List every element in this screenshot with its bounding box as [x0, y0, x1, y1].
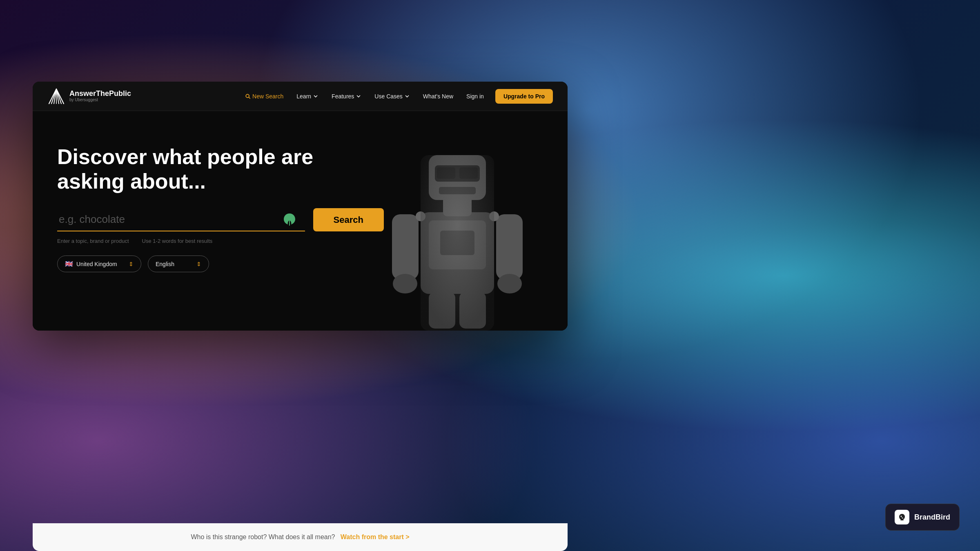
- leaf-icon: [282, 212, 297, 227]
- svg-point-27: [900, 516, 902, 517]
- bottom-bar: Who is this strange robot? What does it …: [33, 523, 568, 551]
- nav-features[interactable]: Features: [326, 90, 367, 103]
- chevron-down-icon-2: [356, 93, 361, 99]
- search-hint-2: Use 1-2 words for best results: [142, 238, 213, 244]
- navbar: AnswerThePublic by Ubersuggest New Searc…: [33, 82, 568, 111]
- hero-title: Discover what people are asking about...: [57, 145, 384, 194]
- nav-links: New Search Learn Features Use Cases: [239, 89, 553, 104]
- bird-icon: [897, 512, 907, 522]
- logo-area: AnswerThePublic by Ubersuggest: [47, 87, 131, 105]
- bottom-bar-text: Who is this strange robot? What does it …: [191, 533, 409, 541]
- brandbird-label: BrandBird: [914, 513, 950, 522]
- nav-learn[interactable]: Learn: [291, 90, 324, 103]
- watch-from-start-link[interactable]: Watch from the start >: [341, 533, 410, 540]
- chevron-down-icon: [313, 93, 318, 99]
- svg-rect-19: [496, 214, 523, 280]
- language-select-arrow: ⇕: [196, 261, 201, 267]
- language-select[interactable]: English Spanish French German Italian Po…: [156, 261, 193, 267]
- search-bar-container: Search: [57, 208, 384, 231]
- search-input[interactable]: [57, 208, 305, 231]
- chevron-down-icon-3: [404, 93, 410, 99]
- nav-use-cases[interactable]: Use Cases: [369, 90, 415, 103]
- select-row: 🇬🇧 United Kingdom United States Australi…: [57, 256, 384, 272]
- language-select-wrapper: English Spanish French German Italian Po…: [148, 256, 209, 272]
- upgrade-to-pro-button[interactable]: Upgrade to Pro: [495, 89, 553, 104]
- logo-text-block: AnswerThePublic by Ubersuggest: [69, 90, 131, 103]
- search-icon: [245, 93, 251, 99]
- nav-sign-in[interactable]: Sign in: [461, 90, 490, 103]
- search-button[interactable]: Search: [313, 208, 384, 231]
- robot-figure: [372, 122, 543, 331]
- svg-rect-26: [421, 155, 494, 331]
- nav-new-search[interactable]: New Search: [239, 90, 289, 103]
- brandbird-badge[interactable]: BrandBird: [885, 504, 960, 531]
- svg-point-20: [497, 274, 522, 293]
- country-select[interactable]: United Kingdom United States Australia C…: [76, 261, 125, 267]
- search-hints: Enter a topic, brand or product Use 1-2 …: [57, 238, 384, 244]
- browser-card: AnswerThePublic by Ubersuggest New Searc…: [33, 82, 568, 331]
- country-select-wrapper: 🇬🇧 United Kingdom United States Australi…: [57, 256, 141, 272]
- country-select-arrow: ⇕: [129, 261, 134, 267]
- search-input-wrap: [57, 208, 305, 231]
- hero-content: Discover what people are asking about...…: [57, 145, 384, 273]
- search-hint-1: Enter a topic, brand or product: [57, 238, 129, 244]
- logo-sub-text: by Ubersuggest: [69, 98, 131, 102]
- svg-point-18: [393, 274, 417, 293]
- leaf-icon-position: [282, 212, 297, 228]
- flag-icon: 🇬🇧: [65, 260, 73, 268]
- hero-section: Discover what people are asking about...…: [33, 111, 568, 331]
- svg-line-8: [249, 97, 250, 98]
- logo-main-text: AnswerThePublic: [69, 90, 131, 98]
- brandbird-logo-icon: [895, 510, 909, 524]
- logo-icon: [47, 87, 65, 105]
- nav-whats-new[interactable]: What's New: [417, 90, 459, 103]
- svg-rect-17: [392, 214, 419, 280]
